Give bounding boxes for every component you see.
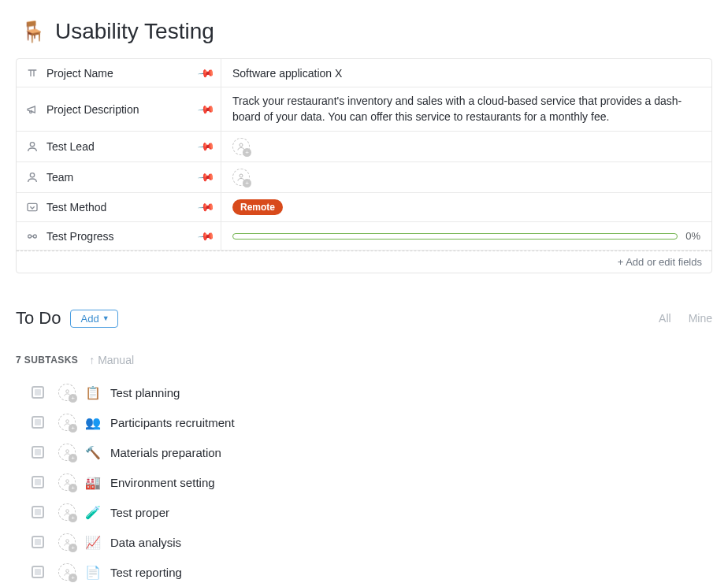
add-edit-label: + Add or edit fields	[618, 256, 702, 268]
field-label: Team	[46, 171, 73, 184]
chevron-down-icon: ▼	[102, 314, 110, 322]
progress-percent: 0%	[685, 230, 700, 242]
pin-icon[interactable]: 📌	[197, 138, 215, 156]
task-checkbox[interactable]	[32, 536, 44, 548]
task-checkbox[interactable]	[32, 386, 44, 399]
plus-badge-icon: +	[69, 394, 77, 403]
add-person-button[interactable]: +	[232, 169, 250, 186]
subtasks-count: 7 SUBTASKS	[16, 355, 78, 366]
svg-point-13	[65, 570, 69, 573]
field-label: Test Lead	[46, 140, 95, 153]
add-edit-fields-button[interactable]: + Add or edit fields	[17, 251, 711, 273]
svg-point-5	[28, 235, 32, 238]
field-label-cell[interactable]: Project Name 📌	[17, 59, 221, 87]
plus-badge-icon: +	[69, 424, 77, 433]
task-name: Environment setting	[110, 476, 215, 489]
dropdown-icon	[26, 201, 39, 214]
assign-button[interactable]: +	[58, 503, 76, 521]
pin-icon[interactable]: 📌	[197, 169, 215, 187]
filter-mine[interactable]: Mine	[689, 312, 712, 325]
svg-point-12	[65, 540, 69, 543]
svg-point-2	[30, 173, 34, 177]
assign-button[interactable]: +	[58, 414, 76, 431]
field-label: Test Progress	[46, 230, 114, 243]
task-checkbox[interactable]	[32, 416, 44, 429]
field-value[interactable]: Software application X	[221, 59, 711, 87]
sort-button[interactable]: ↑ Manual	[89, 354, 134, 366]
field-row-test-progress: Test Progress 📌 0%	[17, 222, 711, 251]
custom-fields-table: Project Name 📌 Software application X Pr…	[16, 58, 712, 273]
page-emoji: 🪑	[20, 20, 46, 44]
todo-title: To Do	[16, 308, 61, 329]
plus-badge-icon: +	[243, 179, 251, 188]
field-label: Project Description	[46, 103, 139, 116]
progress-wrap: 0%	[232, 230, 700, 242]
sort-label-text: Manual	[98, 354, 134, 366]
task-row[interactable]: +📈Data analysis	[16, 527, 712, 557]
task-checkbox[interactable]	[32, 476, 44, 488]
add-subtask-button[interactable]: Add ▼	[70, 310, 117, 328]
pin-icon[interactable]: 📌	[197, 100, 215, 118]
progress-icon	[26, 230, 39, 243]
person-icon	[26, 140, 39, 153]
plus-badge-icon: +	[69, 454, 77, 462]
field-label-cell[interactable]: Project Description 📌	[17, 87, 221, 131]
field-value[interactable]: Track your restaurant's inventory and sa…	[221, 87, 711, 131]
task-checkbox[interactable]	[32, 566, 44, 578]
task-row[interactable]: +📄Test reporting	[16, 557, 712, 583]
task-checkbox[interactable]	[32, 506, 44, 518]
pin-icon[interactable]: 📌	[197, 199, 215, 217]
task-checkbox[interactable]	[32, 446, 44, 459]
field-label: Test Method	[46, 201, 106, 214]
task-emoji: 📈	[85, 535, 101, 550]
assign-button[interactable]: +	[58, 444, 76, 461]
task-emoji: 🧪	[85, 505, 101, 520]
task-row[interactable]: +📋Test planning	[16, 377, 712, 407]
assign-button[interactable]: +	[58, 473, 76, 491]
pin-icon[interactable]: 📌	[197, 227, 215, 245]
field-value[interactable]: 0%	[221, 222, 711, 250]
plus-badge-icon: +	[69, 574, 77, 582]
field-value[interactable]: +	[221, 162, 711, 192]
method-badge[interactable]: Remote	[232, 199, 283, 215]
assign-button[interactable]: +	[58, 533, 76, 551]
svg-point-0	[30, 143, 34, 147]
field-row-project-description: Project Description 📌 Track your restaur…	[17, 87, 711, 132]
pin-icon[interactable]: 📌	[197, 64, 215, 82]
progress-bar[interactable]	[232, 233, 678, 240]
add-person-button[interactable]: +	[232, 138, 250, 155]
field-label-cell[interactable]: Test Method 📌	[17, 193, 221, 221]
person-icon	[26, 171, 39, 184]
todo-header: To Do Add ▼ All Mine	[16, 273, 712, 333]
task-row[interactable]: +👥Participants recruitment	[16, 407, 712, 437]
field-label-cell[interactable]: Test Lead 📌	[17, 132, 221, 162]
task-emoji: 🔨	[85, 445, 101, 460]
svg-point-7	[65, 390, 69, 393]
field-value[interactable]: Remote	[221, 193, 711, 221]
task-name: Participants recruitment	[110, 416, 235, 429]
field-value[interactable]: +	[221, 132, 711, 162]
assign-button[interactable]: +	[58, 563, 76, 581]
task-row[interactable]: +🧪Test proper	[16, 497, 712, 527]
task-emoji: 👥	[85, 415, 101, 430]
plus-badge-icon: +	[243, 148, 251, 157]
task-row[interactable]: +🏭Environment setting	[16, 467, 712, 497]
svg-point-11	[65, 510, 69, 513]
task-name: Test planning	[110, 386, 180, 399]
field-label-cell[interactable]: Test Progress 📌	[17, 222, 221, 250]
plus-badge-icon: +	[69, 484, 77, 492]
field-label: Project Name	[46, 67, 113, 80]
field-label-cell[interactable]: Team 📌	[17, 162, 221, 192]
assign-button[interactable]: +	[58, 384, 76, 401]
field-value-text: Track your restaurant's inventory and sa…	[232, 94, 700, 124]
arrow-up-icon: ↑	[89, 354, 95, 366]
field-row-test-method: Test Method 📌 Remote	[17, 193, 711, 222]
filter-all[interactable]: All	[659, 312, 671, 325]
task-list: +📋Test planning+👥Participants recruitmen…	[16, 377, 712, 583]
page-title[interactable]: Usability Testing	[55, 19, 214, 44]
add-button-label: Add	[80, 313, 98, 325]
task-name: Test reporting	[110, 566, 182, 579]
plus-badge-icon: +	[69, 514, 77, 522]
svg-point-8	[65, 420, 69, 423]
task-row[interactable]: +🔨Materials preparation	[16, 437, 712, 467]
